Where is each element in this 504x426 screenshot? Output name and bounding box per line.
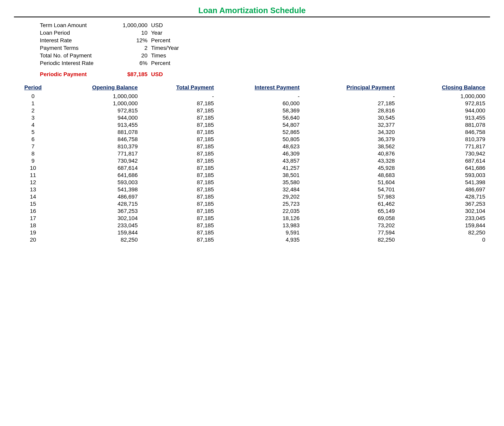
cell-closing: 233,045: [399, 215, 490, 222]
cell-principal: 61,462: [304, 200, 399, 207]
cell-opening: 82,250: [52, 236, 142, 243]
cell-closing: 486,697: [399, 186, 490, 193]
cell-principal: 57,983: [304, 193, 399, 200]
periodic-payment-row: Periodic Payment $87,185 USD: [40, 71, 490, 78]
cell-interest: 41,257: [219, 164, 304, 172]
cell-interest: 38,501: [219, 172, 304, 179]
table-row: 16367,25387,18522,03565,149302,104: [14, 207, 490, 215]
cell-opening: 687,614: [52, 164, 142, 172]
summary-label: Interest Rate: [40, 37, 112, 44]
cell-total: 87,185: [142, 107, 219, 114]
col-header-opening: Opening Balance: [52, 83, 142, 93]
summary-label: Loan Period: [40, 30, 112, 36]
cell-opening: 1,000,000: [52, 100, 142, 107]
cell-interest: 35,580: [219, 179, 304, 186]
cell-closing: 367,253: [399, 200, 490, 207]
table-row: 9730,94287,18543,85743,328687,614: [14, 157, 490, 164]
periodic-payment-label: Periodic Payment: [40, 71, 112, 78]
table-row: 2972,81587,18558,36928,816944,000: [14, 107, 490, 114]
cell-closing: 641,686: [399, 164, 490, 172]
cell-period: 11: [14, 172, 52, 179]
cell-period: 14: [14, 193, 52, 200]
cell-total: 87,185: [142, 172, 219, 179]
table-row: 13541,39887,18532,48454,701486,697: [14, 186, 490, 193]
table-row: 11,000,00087,18560,00027,185972,815: [14, 100, 490, 107]
cell-principal: 69,058: [304, 215, 399, 222]
cell-opening: 367,253: [52, 207, 142, 215]
cell-closing: 541,398: [399, 179, 490, 186]
table-row: 2082,25087,1854,93582,2500: [14, 236, 490, 243]
table-row: 3944,00087,18556,64030,545913,455: [14, 114, 490, 121]
cell-total: -: [142, 93, 219, 100]
table-row: 17302,10487,18518,12669,058233,045: [14, 215, 490, 222]
cell-opening: 428,715: [52, 200, 142, 207]
cell-principal: 48,683: [304, 172, 399, 179]
summary-value: 6%: [112, 60, 149, 66]
cell-closing: 82,250: [399, 229, 490, 236]
cell-period: 2: [14, 107, 52, 114]
summary-label: Term Loan Amount: [40, 22, 112, 28]
cell-closing: 810,379: [399, 136, 490, 143]
cell-period: 7: [14, 143, 52, 150]
cell-period: 4: [14, 121, 52, 128]
summary-label: Total No. of Payment: [40, 52, 112, 59]
cell-opening: 972,815: [52, 107, 142, 114]
cell-principal: 43,328: [304, 157, 399, 164]
table-row: 12593,00387,18535,58051,604541,398: [14, 179, 490, 186]
cell-opening: 159,844: [52, 229, 142, 236]
periodic-payment-value: $87,185: [112, 71, 149, 78]
cell-total: 87,185: [142, 207, 219, 215]
cell-total: 87,185: [142, 150, 219, 157]
cell-closing: 302,104: [399, 207, 490, 215]
cell-opening: 881,078: [52, 128, 142, 136]
cell-period: 10: [14, 164, 52, 172]
cell-opening: 233,045: [52, 222, 142, 229]
cell-period: 1: [14, 100, 52, 107]
table-row: 10687,61487,18541,25745,928641,686: [14, 164, 490, 172]
cell-closing: 1,000,000: [399, 93, 490, 100]
table-row: 7810,37987,18548,62338,562771,817: [14, 143, 490, 150]
cell-interest: 46,309: [219, 150, 304, 157]
cell-principal: 65,149: [304, 207, 399, 215]
summary-label: Periodic Interest Rate: [40, 60, 112, 66]
cell-total: 87,185: [142, 114, 219, 121]
cell-opening: 541,398: [52, 186, 142, 193]
cell-closing: 159,844: [399, 222, 490, 229]
cell-total: 87,185: [142, 100, 219, 107]
cell-principal: 73,202: [304, 222, 399, 229]
cell-closing: 428,715: [399, 193, 490, 200]
table-row: 15428,71587,18525,72361,462367,253: [14, 200, 490, 207]
table-row: 14486,69787,18529,20257,983428,715: [14, 193, 490, 200]
cell-total: 87,185: [142, 157, 219, 164]
summary-unit: Times/Year: [149, 45, 199, 51]
cell-opening: 1,000,000: [52, 93, 142, 100]
table-row: 6846,75887,18550,80536,379810,379: [14, 136, 490, 143]
cell-interest: 52,865: [219, 128, 304, 136]
table-row: 5881,07887,18552,86534,320846,758: [14, 128, 490, 136]
cell-closing: 771,817: [399, 143, 490, 150]
cell-opening: 944,000: [52, 114, 142, 121]
cell-principal: 77,594: [304, 229, 399, 236]
col-header-period: Period: [14, 83, 52, 93]
cell-opening: 302,104: [52, 215, 142, 222]
cell-total: 87,185: [142, 179, 219, 186]
cell-opening: 771,817: [52, 150, 142, 157]
cell-principal: 27,185: [304, 100, 399, 107]
cell-principal: 36,379: [304, 136, 399, 143]
cell-total: 87,185: [142, 222, 219, 229]
table-row: 19159,84487,1859,59177,59482,250: [14, 229, 490, 236]
cell-period: 15: [14, 200, 52, 207]
cell-total: 87,185: [142, 193, 219, 200]
cell-principal: -: [304, 93, 399, 100]
cell-closing: 687,614: [399, 157, 490, 164]
cell-opening: 486,697: [52, 193, 142, 200]
cell-total: 87,185: [142, 186, 219, 193]
cell-interest: 48,623: [219, 143, 304, 150]
amortization-table: Period Opening Balance Total Payment Int…: [14, 83, 490, 243]
summary-unit: Year: [149, 30, 199, 36]
cell-total: 87,185: [142, 164, 219, 172]
cell-total: 87,185: [142, 200, 219, 207]
table-row: 11641,68687,18538,50148,683593,003: [14, 172, 490, 179]
cell-period: 13: [14, 186, 52, 193]
cell-period: 9: [14, 157, 52, 164]
